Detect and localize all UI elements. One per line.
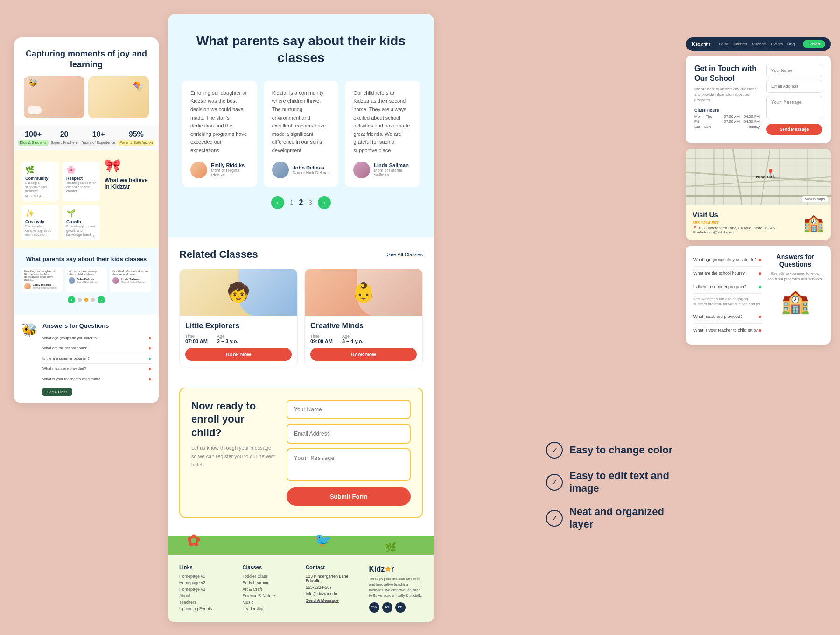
footer-contact-email: info@kidztar.edu bbox=[306, 592, 360, 596]
faq-answers-section: Answers for Questions Everything you nee… bbox=[767, 253, 823, 337]
related-header: Related Classes See All Classes bbox=[179, 248, 423, 261]
footer-link-about[interactable]: About bbox=[179, 593, 233, 598]
author-name-john: John Delmas bbox=[293, 165, 330, 170]
footer: Links Homepage v1 Homepage v2 Homepage v… bbox=[168, 555, 434, 622]
faq-expand-icon-4[interactable]: ● bbox=[758, 313, 762, 320]
visit-title: Visit Us bbox=[693, 211, 775, 219]
footer-class-leadership[interactable]: Leadership bbox=[243, 607, 297, 611]
prev-page-arrow[interactable]: ‹ bbox=[271, 196, 284, 209]
footer-link-teachers[interactable]: Teachers bbox=[179, 600, 233, 605]
nav-events[interactable]: Events bbox=[771, 42, 783, 46]
hours-row-2: Fri 07:00 AM – 04:00 PM bbox=[694, 120, 760, 124]
book-btn-creative-minds[interactable]: Book Now bbox=[310, 348, 417, 361]
see-class-button[interactable]: See a Class bbox=[42, 388, 72, 396]
nav-contact-button[interactable]: Contact bbox=[803, 40, 825, 48]
footer-class-early[interactable]: Early Learning bbox=[243, 580, 297, 585]
contact-desc: We are here to answer any questions and … bbox=[694, 86, 760, 103]
belief-community-title: Community bbox=[25, 176, 55, 181]
page-dot-3 bbox=[91, 298, 95, 302]
footer-link-homepage-v1[interactable]: Homepage v1 bbox=[179, 574, 233, 579]
footer-send-message-link[interactable]: Send A Message bbox=[306, 598, 360, 603]
author-role-emily: Mom of Regina Riddiks bbox=[211, 168, 249, 177]
stats-row: 100+ Kids & Students 20 Expert Teachers … bbox=[14, 126, 159, 150]
belief-creativity-desc: Encouraging creative expression and inno… bbox=[25, 224, 55, 237]
submit-form-button[interactable]: Submit Form bbox=[287, 487, 411, 506]
hours-days-3: Sat – Sun bbox=[694, 125, 711, 129]
faq-expand-5[interactable]: ● bbox=[148, 376, 151, 381]
testimonial-mini-3: Our child refers to Kidztar as their sec… bbox=[110, 267, 151, 292]
send-message-button[interactable]: Send Message bbox=[766, 124, 822, 135]
contact-name-input[interactable] bbox=[766, 64, 822, 77]
testimonial-mini-1: Enrolling our daughter at Kidztar was th… bbox=[21, 267, 63, 292]
footer-link-homepage-v2[interactable]: Homepage v2 bbox=[179, 580, 233, 585]
testimonials-mini-title: What parents say about their kids classe… bbox=[21, 255, 151, 262]
avatar-emily bbox=[190, 162, 207, 178]
map-placeholder: New York 📍 View in Maps bbox=[686, 149, 831, 205]
faq-expand-4[interactable]: ● bbox=[148, 366, 151, 371]
map-pin-icon: 📍 bbox=[766, 169, 775, 177]
footer-class-art[interactable]: Art & Craft bbox=[243, 587, 297, 592]
contact-title: Get in Touch with Our School bbox=[694, 64, 760, 84]
belief-respect-title: Respect bbox=[66, 176, 96, 181]
growth-icon: 🌱 bbox=[66, 209, 96, 218]
faq-expand-icon-3[interactable]: ● bbox=[758, 283, 762, 290]
respect-icon: 🌸 bbox=[66, 165, 96, 174]
prev-arrow-mini[interactable]: ‹ bbox=[68, 296, 75, 303]
visit-info: Visit Us 555-1234-567 📍 123 Kindergarten… bbox=[693, 211, 775, 234]
faq-expand-3[interactable]: ● bbox=[148, 356, 151, 361]
faq-expand-2[interactable]: ● bbox=[148, 346, 151, 351]
faq-expand-icon-5[interactable]: ● bbox=[758, 327, 762, 333]
age-val-1: 2 – 3 y.o. bbox=[217, 339, 238, 344]
hero-images: 🐝 🪁 bbox=[23, 76, 149, 118]
testimonial-author-mini-1: Emily Riddiks Mom of Regina Riddiks bbox=[24, 283, 60, 289]
belief-community-desc: Building a supportive and inclusive comm… bbox=[25, 181, 55, 198]
footer-class-science[interactable]: Science & Nature bbox=[243, 593, 297, 598]
social-instagram[interactable]: IG bbox=[382, 602, 392, 613]
belief-growth-desc: Promoting personal growth and knowledge … bbox=[66, 224, 96, 237]
nav-home[interactable]: Home bbox=[719, 42, 728, 46]
page-num-1[interactable]: 1 bbox=[290, 199, 293, 206]
pagination-mini: ‹ › bbox=[21, 292, 151, 307]
page-num-3[interactable]: 3 bbox=[308, 199, 312, 206]
email-icon: ✉ bbox=[693, 230, 696, 234]
nav-teachers[interactable]: Teachers bbox=[751, 42, 766, 46]
visit-addr-text: 123 Kindergarten Lane, Eduville, State, … bbox=[698, 226, 775, 230]
nav-blog[interactable]: Blog bbox=[787, 42, 795, 46]
contact-message-input[interactable] bbox=[766, 96, 822, 119]
footer-link-homepage-v3[interactable]: Homepage v3 bbox=[179, 587, 233, 592]
footer-class-toddler[interactable]: Toddler Class bbox=[243, 574, 297, 579]
enroll-message-input[interactable] bbox=[287, 448, 411, 481]
age-label-1: Age bbox=[217, 334, 238, 339]
book-btn-little-explorers[interactable]: Book Now bbox=[185, 348, 292, 361]
faq-q-right-4: What meals are provided? ● bbox=[693, 310, 762, 324]
footer-class-music[interactable]: Music bbox=[243, 600, 297, 605]
contact-email-input[interactable] bbox=[766, 80, 822, 93]
faq-expand-1[interactable]: ● bbox=[148, 335, 151, 340]
faq-expand-icon-1[interactable]: ● bbox=[758, 256, 762, 263]
nav-classes[interactable]: Classes bbox=[734, 42, 747, 46]
see-all-link[interactable]: See All Classes bbox=[387, 252, 423, 257]
faq-card: What age groups do you cater to? ● What … bbox=[686, 246, 831, 345]
enroll-email-input[interactable] bbox=[287, 424, 411, 444]
faq-question-3: Is there a summer program? bbox=[693, 284, 747, 289]
footer-link-upcoming-events[interactable]: Upcoming Events bbox=[179, 607, 233, 611]
grass-decoration: 🌿 bbox=[385, 542, 397, 553]
enroll-text: Now ready to enroll your child? Let us k… bbox=[191, 400, 275, 469]
next-page-arrow[interactable]: › bbox=[318, 196, 331, 209]
avatar-mini-linda bbox=[112, 277, 119, 284]
hero-image-2: 🪁 bbox=[88, 76, 149, 118]
social-twitter[interactable]: TW bbox=[369, 602, 379, 613]
belief-respect-desc: Teaching respect for oneself and other c… bbox=[66, 181, 96, 193]
testimonial-card-3: Our child refers to Kidztar as their sec… bbox=[345, 81, 420, 187]
nav-brand: Kidz★r bbox=[692, 41, 711, 48]
social-facebook[interactable]: FB bbox=[395, 602, 406, 613]
left-hero: Capturing moments of joy and learning 🐝 … bbox=[14, 37, 159, 126]
faq-expand-icon-2[interactable]: ● bbox=[758, 270, 762, 276]
hours-time-2: 07:00 AM – 04:00 PM bbox=[724, 120, 760, 124]
view-in-maps-link[interactable]: View in Maps bbox=[802, 196, 828, 202]
next-arrow-mini[interactable]: › bbox=[98, 296, 105, 303]
page-num-2-active[interactable]: 2 bbox=[299, 198, 303, 207]
faq-question-4: What meals are provided? bbox=[693, 314, 742, 319]
beliefs-grid: 🌿 Community Building a supportive and in… bbox=[21, 162, 100, 241]
enroll-name-input[interactable] bbox=[287, 400, 411, 419]
